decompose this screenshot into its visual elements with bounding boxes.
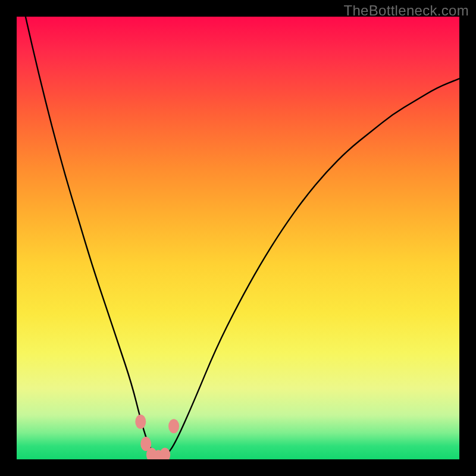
dot-left-upper: [135, 415, 146, 429]
bottleneck-curve: [26, 17, 459, 456]
watermark-text: TheBottleneck.com: [343, 2, 469, 19]
chart-frame: TheBottleneck.com: [0, 0, 476, 476]
marker-group: [135, 415, 179, 459]
dot-bottom-3: [159, 448, 170, 459]
dot-right: [168, 419, 179, 433]
curve-layer: [17, 17, 459, 459]
plot-area: [17, 17, 459, 459]
